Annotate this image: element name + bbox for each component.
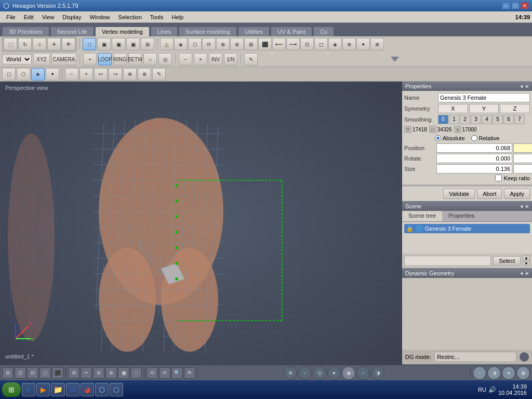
symmetry-y-btn[interactable]: Y — [469, 104, 499, 113]
scene-select-button[interactable]: Select — [493, 256, 521, 265]
abort-button[interactable]: Abort — [477, 189, 502, 199]
tab-cu[interactable]: Cu — [313, 26, 334, 36]
scene-filter-input[interactable] — [404, 256, 491, 266]
bottom-btn-6[interactable]: ⚙ — [68, 367, 79, 379]
properties-min-btn[interactable]: ▾ — [521, 84, 523, 89]
smooth-3[interactable]: 3 — [471, 115, 481, 124]
relative-radio[interactable]: Relative — [471, 135, 500, 141]
view-4-btn[interactable]: ⊞ — [141, 38, 154, 50]
camera-btn[interactable]: CAMERA — [51, 53, 76, 65]
menu-selection[interactable]: Selection — [114, 13, 146, 21]
taskbar-daz[interactable]: ⬡ — [110, 383, 123, 396]
geo-btn-5[interactable]: − — [65, 68, 78, 81]
edge-mode-btn[interactable]: LOOP — [98, 53, 112, 65]
bottom-btn-15[interactable]: 👁 — [184, 367, 195, 379]
geo-btn-4[interactable]: ✦ — [46, 68, 59, 81]
size-y-input[interactable] — [513, 164, 532, 174]
geo-btn-7[interactable]: ↩ — [94, 68, 108, 81]
tab-uv-paint[interactable]: UV & Paint — [271, 26, 312, 36]
geo-btn-8[interactable]: ↪ — [109, 68, 122, 81]
op-btn-11[interactable]: ⊡ — [300, 38, 314, 50]
inv-btn[interactable]: INV — [209, 53, 222, 65]
scene-arrow-up[interactable]: ▲ — [523, 255, 530, 260]
nav-btn-7[interactable]: ◑ — [371, 366, 384, 380]
render-btn-2[interactable]: ◑ — [487, 366, 501, 380]
rot-y-input[interactable] — [513, 154, 532, 163]
nav-btn-4[interactable]: ● — [327, 366, 341, 380]
menu-view[interactable]: View — [38, 13, 59, 21]
properties-close-btn[interactable]: ✕ — [525, 84, 529, 89]
view-front-btn[interactable]: ▣ — [97, 38, 111, 50]
op-btn-8[interactable]: ⬛ — [258, 38, 272, 50]
bottom-btn-14[interactable]: 🔍 — [171, 367, 183, 379]
nav-btn-6[interactable]: ○ — [356, 366, 370, 380]
bottom-btn-5[interactable]: ⬛ — [52, 367, 63, 379]
taskbar-hexagon[interactable]: ⬡ — [95, 383, 109, 396]
tab-surface-modeling[interactable]: Surface modeling — [179, 26, 237, 36]
keep-ratio-checkbox[interactable] — [495, 175, 502, 181]
op-btn-5[interactable]: ⊕ — [216, 38, 230, 50]
scale-tool-btn[interactable]: ⊹ — [33, 38, 46, 50]
rotate-tool-btn[interactable]: ↻ — [18, 38, 32, 50]
tab-scene-tree[interactable]: Scene tree — [402, 211, 442, 221]
op-btn-16[interactable]: ⊗ — [370, 38, 384, 50]
plus-btn[interactable]: + — [194, 53, 207, 65]
taskbar-chrome[interactable]: ◕ — [81, 383, 94, 396]
smooth-2[interactable]: 2 — [460, 115, 470, 124]
scene-min-btn[interactable]: ▾ — [521, 204, 523, 209]
render-btn-1[interactable]: ○ — [473, 366, 486, 380]
op-btn-14[interactable]: ⊕ — [342, 38, 356, 50]
move-tool-btn[interactable]: ✛ — [47, 38, 61, 50]
nav-btn-2[interactable]: ○ — [298, 366, 312, 380]
nav-btn-5[interactable]: ◉ — [342, 366, 355, 380]
betw-mode-btn[interactable]: BETW — [128, 53, 142, 65]
view-top-btn[interactable]: ▣ — [126, 38, 140, 50]
dg-mode-circle-btn[interactable] — [520, 352, 529, 362]
bottom-btn-7[interactable]: ✂ — [81, 367, 92, 379]
apply-button[interactable]: Apply — [504, 189, 530, 199]
close-button[interactable]: ✕ — [521, 2, 529, 9]
scene-item-genesis[interactable]: 🔒 Genesis 3 Female — [404, 224, 530, 233]
ring-mode-btn[interactable]: RING — [113, 53, 127, 65]
tab-3d-primitives[interactable]: 3D Primitives — [2, 26, 49, 36]
view-side-btn[interactable]: ▣ — [112, 38, 125, 50]
symmetry-z-btn[interactable]: Z — [500, 104, 530, 113]
geo-btn-10[interactable]: ⊗ — [138, 68, 151, 81]
pos-x-input[interactable] — [436, 143, 512, 153]
nav-btn-1[interactable]: ⊕ — [284, 366, 297, 380]
taskbar-media[interactable]: ▶ — [36, 383, 50, 396]
mode-btn-6[interactable]: ◎ — [158, 53, 172, 65]
bottom-btn-9[interactable]: ⊗ — [105, 367, 117, 379]
bottom-btn-12[interactable]: ⟲ — [147, 367, 158, 379]
validate-button[interactable]: Validate — [443, 189, 475, 199]
geo-btn-1[interactable]: ◻ — [2, 68, 16, 81]
smooth-1[interactable]: 1 — [449, 115, 459, 124]
nav-btn-3[interactable]: ◎ — [313, 366, 326, 380]
bottom-btn-3[interactable]: ⊟ — [27, 367, 38, 379]
op-btn-3[interactable]: ⬡ — [188, 38, 202, 50]
op-btn-10[interactable]: ⟶ — [286, 38, 300, 50]
menu-display[interactable]: Display — [58, 13, 85, 21]
taskbar-word[interactable]: W — [66, 383, 79, 396]
view-perspective-btn[interactable]: □ — [83, 38, 96, 50]
smooth-4[interactable]: 4 — [482, 115, 492, 124]
op-btn-4[interactable]: ⟳ — [202, 38, 216, 50]
1n-btn[interactable]: 1/N — [224, 53, 237, 65]
absolute-radio[interactable]: Absolute — [435, 135, 465, 141]
bottom-btn-10[interactable]: ▣ — [118, 367, 129, 379]
dg-min-btn[interactable]: ▾ — [521, 271, 523, 276]
scene-close-btn[interactable]: ✕ — [525, 204, 529, 209]
tab-second-life[interactable]: Second Life — [50, 26, 94, 36]
taskbar-explorer[interactable]: 📁 — [51, 383, 65, 396]
render-btn-3[interactable]: ● — [502, 366, 515, 380]
paint-btn[interactable]: ✎ — [244, 53, 258, 65]
select-tool-btn[interactable]: ⬚ — [4, 38, 17, 50]
geo-btn-6[interactable]: + — [79, 68, 93, 81]
smooth-0[interactable]: 0 — [438, 115, 448, 124]
size-x-input[interactable] — [436, 164, 512, 174]
xyz-btn[interactable]: XYZ — [33, 53, 50, 65]
menu-help[interactable]: Help — [168, 13, 188, 21]
world-dropdown[interactable]: World — [2, 54, 32, 64]
name-input[interactable] — [438, 93, 530, 102]
start-button[interactable]: ⊞ — [2, 382, 21, 397]
